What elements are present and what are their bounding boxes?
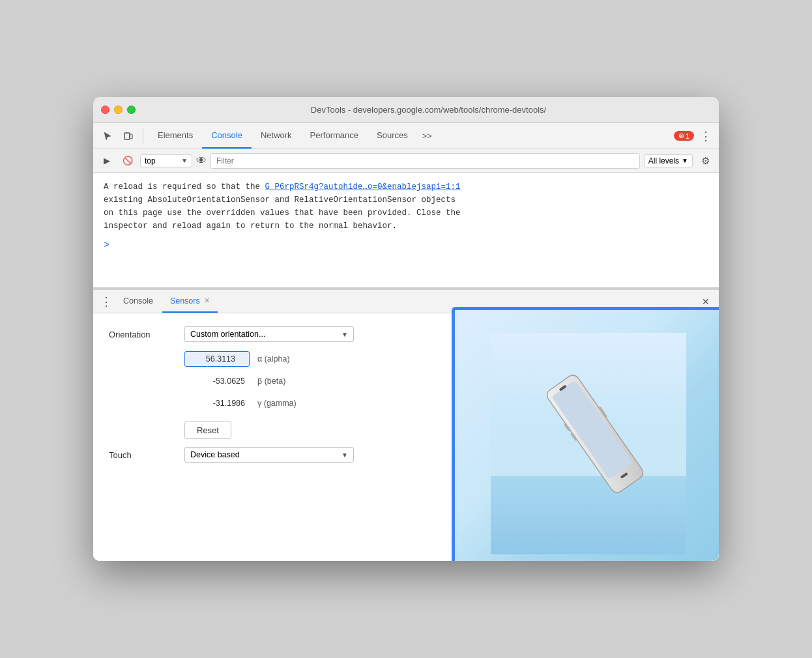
gamma-value: -31.1986 bbox=[184, 395, 250, 411]
level-selector[interactable]: All levels ▼ bbox=[644, 154, 693, 167]
alpha-input[interactable] bbox=[184, 351, 250, 367]
error-icon: ⊗ bbox=[678, 132, 684, 140]
window-title: DevTools - developers.google.com/web/too… bbox=[146, 105, 711, 115]
level-dropdown-arrow: ▼ bbox=[682, 157, 688, 164]
devtools-window: DevTools - developers.google.com/web/too… bbox=[93, 97, 719, 561]
maximize-button[interactable] bbox=[127, 106, 136, 114]
tab-sources[interactable]: Sources bbox=[368, 123, 417, 149]
tab-navigation: Elements Console Network Performance Sou… bbox=[149, 123, 437, 149]
cursor-icon[interactable] bbox=[98, 127, 117, 145]
beta-value: -53.0625 bbox=[184, 373, 250, 389]
tab-console[interactable]: Console bbox=[202, 123, 252, 149]
bottom-tab-sensors[interactable]: Sensors ✕ bbox=[162, 290, 218, 313]
bottom-tab-console[interactable]: Console bbox=[115, 290, 161, 313]
phone-visualization bbox=[452, 307, 719, 561]
more-tabs-button[interactable]: >> bbox=[417, 131, 437, 141]
tab-elements[interactable]: Elements bbox=[149, 123, 202, 149]
context-dropdown-arrow: ▼ bbox=[181, 157, 188, 164]
orientation-dropdown[interactable]: Custom orientation... ▼ bbox=[184, 326, 354, 342]
orientation-dropdown-arrow: ▼ bbox=[341, 331, 348, 338]
console-link[interactable]: G_P6rpRSr4g?autohide…o=0&enablejsapi=1:1 bbox=[265, 182, 461, 192]
filter-bar: ▶ 🚫 top ▼ 👁 All levels ▼ ⚙ bbox=[93, 149, 719, 173]
gamma-label: γ (gamma) bbox=[257, 399, 316, 408]
console-message-line1: A reload is required so that the G_P6rpR… bbox=[104, 180, 708, 193]
tab-performance[interactable]: Performance bbox=[301, 123, 368, 149]
beta-label: β (beta) bbox=[257, 377, 316, 386]
orientation-label: Orientation bbox=[109, 330, 174, 339]
tab-network[interactable]: Network bbox=[252, 123, 301, 149]
minimize-button[interactable] bbox=[114, 106, 123, 114]
device-toggle-icon[interactable] bbox=[119, 127, 138, 145]
console-prompt[interactable]: > bbox=[104, 238, 708, 253]
title-bar: DevTools - developers.google.com/web/too… bbox=[93, 97, 719, 123]
filter-input[interactable] bbox=[210, 153, 640, 169]
traffic-lights bbox=[101, 106, 136, 114]
devtools-toolbar: Elements Console Network Performance Sou… bbox=[93, 123, 719, 149]
alpha-label: α (alpha) bbox=[257, 354, 316, 364]
error-count-badge: 1 bbox=[686, 132, 689, 140]
svg-rect-3 bbox=[491, 476, 686, 554]
touch-dropdown[interactable]: Device based ▼ bbox=[184, 447, 354, 463]
touch-label: Touch bbox=[109, 450, 174, 460]
phone-viz-inner bbox=[455, 310, 719, 561]
clear-console-button[interactable]: 🚫 bbox=[119, 152, 136, 169]
devtools-menu-button[interactable]: ⋮ bbox=[698, 128, 714, 144]
eye-icon[interactable]: 👁 bbox=[196, 155, 207, 167]
bottom-panel: ⋮ Console Sensors ✕ ✕ Orientation Custom… bbox=[93, 290, 719, 561]
console-message-line2: existing AbsoluteOrientationSensor and R… bbox=[104, 193, 708, 207]
close-button[interactable] bbox=[101, 106, 109, 114]
phone-svg bbox=[491, 333, 686, 554]
settings-icon[interactable]: ⚙ bbox=[697, 152, 714, 169]
svg-rect-0 bbox=[124, 133, 130, 139]
touch-dropdown-arrow: ▼ bbox=[341, 451, 348, 459]
context-selector[interactable]: top ▼ bbox=[140, 154, 192, 167]
console-message-line4: inspector and reload again to return to … bbox=[104, 220, 708, 233]
console-output: A reload is required so that the G_P6rpR… bbox=[93, 173, 719, 290]
run-script-button[interactable]: ▶ bbox=[98, 152, 115, 169]
bottom-more-button[interactable]: ⋮ bbox=[98, 294, 114, 309]
toolbar-divider bbox=[143, 128, 143, 144]
sensors-panel: Orientation Custom orientation... ▼ α (a… bbox=[93, 313, 719, 561]
sensors-tab-close[interactable]: ✕ bbox=[204, 296, 210, 305]
console-message-line3: on this page use the overridden values t… bbox=[104, 207, 708, 220]
reset-button[interactable]: Reset bbox=[184, 422, 231, 439]
